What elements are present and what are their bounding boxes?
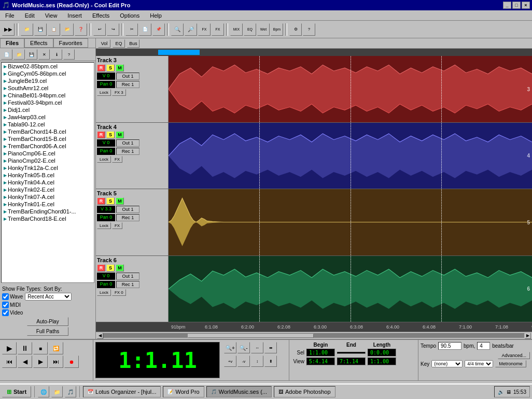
zoom-in-h[interactable]: 🔍+ [224,342,236,353]
tb-export[interactable]: ❓ [75,23,87,36]
tb-new[interactable]: ▶▶ [2,23,15,36]
file-item[interactable]: ▶JawHarp03.cel [2,113,94,121]
tb-mix[interactable]: MIX [230,23,243,36]
tab-effects[interactable]: Effects [24,38,53,48]
tb-zoom-in[interactable]: 🔍 [171,23,184,36]
file-item[interactable]: ▶TremBarChord14-B.cel [2,128,94,135]
transport-play[interactable]: ▶ [2,342,17,354]
hscroll-right[interactable]: ▶ [525,333,531,339]
lt-help[interactable]: ? [63,49,75,60]
transport-pause[interactable]: ⏸ [18,342,32,354]
file-item[interactable]: ▶PianoCmp06-E.cel [2,150,94,157]
hscroll-track[interactable] [103,333,525,338]
track-3-solo[interactable]: S [106,64,115,72]
file-item[interactable]: ▶Didj1.cel [2,106,94,113]
tb-wet[interactable]: Wet [257,23,270,36]
menu-effects[interactable]: Effects [89,11,113,20]
lt-info[interactable]: ℹ [51,49,62,60]
track-3-rec[interactable]: R [97,64,105,72]
time-sig-select[interactable]: 4/4 time 3/4 time [465,360,493,367]
tb-bpm[interactable]: Bpm [271,23,283,36]
zoom-in-v[interactable]: +v [224,355,236,367]
lt-save[interactable]: 💾 [26,49,37,60]
track-5-waveform[interactable]: 5 [169,189,532,255]
window-controls[interactable]: _ □ × [503,2,530,9]
file-item[interactable]: ▶HonkyTnk12a-C.cel [2,164,94,172]
tb-zoom-out[interactable]: 🔎 [185,23,197,36]
file-item[interactable]: ▶GingCym05-86bpm.cel [2,70,94,77]
quicklaunch-3[interactable]: 🎵 [65,386,76,397]
file-item[interactable]: ▶HonkyTnk02-E.cel [2,186,94,193]
transport-rec[interactable]: ⏺ [64,355,79,368]
file-item[interactable]: ▶Bizwe02-85bpm.cel [2,63,94,70]
track-6-waveform[interactable]: 6 [169,256,532,322]
lt-close[interactable]: ✕ [38,49,50,60]
track-5-lock[interactable]: Lock [97,222,111,229]
track-4-fx[interactable]: FX [112,156,122,163]
tb-save[interactable]: 💾 [34,23,47,36]
zoom-full-v[interactable]: ↕ [251,355,263,367]
menu-file[interactable]: File [2,11,18,20]
track-6-fx[interactable]: FX 0 [112,289,126,296]
minimize-btn[interactable]: _ [503,2,511,9]
track-4-rec[interactable]: R [97,131,105,138]
transport-ffwd[interactable]: ⏭ [49,355,63,368]
maximize-btn[interactable]: □ [512,2,521,9]
transport-fwd[interactable]: ▶ [33,355,48,368]
zoom-full-h[interactable]: ↔ [251,342,263,353]
bus-btn[interactable]: Bus [127,39,139,48]
track-5-mute[interactable]: M [116,197,124,205]
transport-stop[interactable]: ■ [33,342,48,354]
video-checkbox-label[interactable]: Video [2,309,23,316]
file-list[interactable]: ▶Bizwe02-85bpm.cel ▶GingCym05-86bpm.cel … [1,62,94,283]
tab-files[interactable]: Files [0,38,24,48]
track-3-lock[interactable]: Lock [97,89,111,96]
track-5-solo[interactable]: S [106,197,115,205]
track-3-waveform[interactable]: 3 [169,56,532,122]
wave-checkbox-label[interactable]: Wave [2,293,23,300]
tab-favorites[interactable]: Favorites [53,38,88,48]
tb-settings[interactable]: ⚙ [289,23,302,36]
zoom-sel-h[interactable]: ⬌ [264,342,277,353]
lt-new[interactable]: 📄 [1,49,12,60]
transport-rew[interactable]: ⏮ [2,355,17,368]
menu-help[interactable]: Help [147,11,165,20]
fullpaths-button[interactable]: Full Paths [27,327,68,336]
track-5-rec[interactable]: R [97,197,105,205]
autoplay-button[interactable]: Auto-Play [27,317,68,326]
track-6-solo[interactable]: S [106,264,115,272]
transport-loop[interactable]: 🔁 [49,342,63,354]
track-6-lock[interactable]: Lock [97,289,111,296]
tb-redo[interactable]: ↪ [107,23,119,36]
file-item[interactable]: ▶PianoCmp02-E.cel [2,157,94,164]
tb-cut[interactable]: ✂ [125,23,138,36]
hscroll-left[interactable]: ◀ [97,333,103,339]
track-4-lock[interactable]: Lock [97,156,111,163]
file-item[interactable]: ▶HonkyTnk04-A.cel [2,179,94,186]
file-item[interactable]: ▶ChinaBel01-94bpm.cel [2,92,94,99]
track-4-solo[interactable]: S [106,131,115,138]
metronome-button[interactable]: Metronome [495,360,526,367]
tb-copy[interactable]: 📄 [139,23,151,36]
advanced-button[interactable]: Advanced... [498,352,530,359]
track-4-waveform[interactable]: 4 [169,123,532,189]
file-item[interactable]: ▶HonkyTnk07-A.cel [2,193,94,201]
tb-eq[interactable]: EQ [244,23,256,36]
zoom-out-h[interactable]: 🔍- [237,342,250,353]
tb-undo[interactable]: ↩ [93,23,106,36]
tb-paste[interactable]: 📌 [152,23,165,36]
hscroll[interactable]: ◀ ▶ [96,332,532,339]
tb-close[interactable]: 📋 [48,23,60,36]
tempo-input[interactable] [438,342,461,350]
file-item[interactable]: ▶HonkyTnk05-B.cel [2,172,94,179]
file-item[interactable]: ▶Festival03-94bpm.cel [2,99,94,106]
file-item[interactable]: ▶Tabla90-12.cel [2,121,94,128]
track-4-mute[interactable]: M [116,131,124,138]
menu-view[interactable]: View [42,11,61,20]
menu-options[interactable]: Options [117,11,143,20]
track-6-rec[interactable]: R [97,264,105,272]
taskbar-cooledit[interactable]: 🎵 WorldMusic.ses (... [206,386,272,397]
hscroll-thumb[interactable] [188,334,314,338]
video-checkbox[interactable] [2,309,9,316]
quicklaunch-2[interactable]: 📁 [51,386,63,397]
